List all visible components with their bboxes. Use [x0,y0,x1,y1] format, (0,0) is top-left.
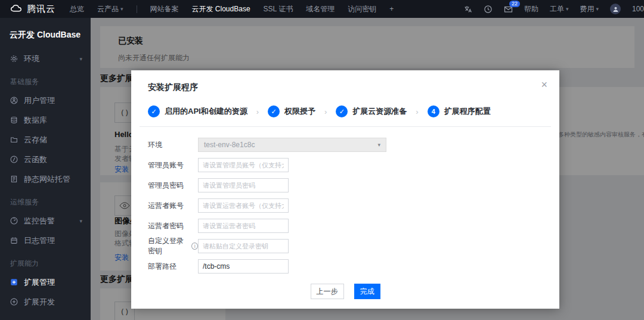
dialog-footer: 上一步 完成 [131,284,559,299]
environment-select[interactable]: test-env-8e1c8c ▾ [198,138,386,152]
messages-icon[interactable]: 22 [504,5,513,14]
account-id[interactable]: 100 [632,5,644,13]
step-4-extension-config: 4 扩展程序配置 [428,105,491,117]
nav-access-key[interactable]: 访问密钥 [348,4,376,14]
admin-account-input[interactable] [198,158,289,172]
form-row-environment: 环境 test-env-8e1c8c ▾ [148,138,559,152]
step-1-apis-resources: ✓ 启用的API和创建的资源 [148,105,247,117]
message-count-badge: 22 [509,1,520,7]
chevron-down-icon: ▾ [79,218,82,224]
history-clock-icon[interactable] [484,5,493,14]
logo-text: 腾讯云 [27,4,55,15]
cloud-logo-icon [10,4,23,14]
chevron-right-icon: › [256,107,259,116]
sidebar-item-cloud-storage[interactable]: 云存储 [0,130,91,150]
sidebar-title: 云开发 CloudBase [0,18,91,49]
dialog-title: 安装扩展程序 [131,70,559,93]
nav-help[interactable]: 帮助 [524,4,538,14]
form-row-operator-account: 运营者账号 [148,198,559,213]
step-3-cloud-resources: ✓ 扩展云资源准备 [336,105,407,117]
sidebar-item-environment[interactable]: 环境 ▾ [0,49,91,69]
sidebar-item-extension-management[interactable]: 扩展管理 [0,272,91,292]
nav-cloudbase[interactable]: 云开发 CloudBase [192,4,250,14]
previous-step-button[interactable]: 上一步 [311,284,344,299]
gauge-icon [10,217,18,225]
sidebar-item-database[interactable]: 数据库 [0,110,91,130]
extension-config-form: 环境 test-env-8e1c8c ▾ 管理员账号 管理员密码 运营者账号 运… [131,127,559,274]
nav-ticket[interactable]: 工单▾ [550,4,569,14]
user-icon [10,97,18,104]
language-icon[interactable] [463,5,472,14]
custom-login-key-input[interactable] [198,239,289,253]
tencent-cloud-logo[interactable]: 腾讯云 [10,4,55,15]
nav-icp[interactable]: 网站备案 [150,4,179,14]
step-indicator: ✓ 启用的API和创建的资源 › ✓ 权限授予 › ✓ 扩展云资源准备 › 4 … [148,105,559,117]
operator-account-input[interactable] [198,198,289,213]
nav-cloud-products[interactable]: 云产品▾ [97,4,123,14]
chevron-down-icon: ▾ [596,6,599,12]
chevron-down-icon: ▾ [377,142,380,148]
chevron-down-icon: ▾ [120,6,123,12]
nav-overview[interactable]: 总览 [70,4,84,14]
deploy-path-input[interactable] [198,259,289,274]
form-row-deploy-path: 部署路径 [148,259,559,274]
sidebar-item-cloud-function[interactable]: 云函数 [0,150,91,169]
chevron-right-icon: › [416,107,418,116]
nav-ssl[interactable]: SSL 证书 [264,4,293,14]
install-extension-dialog: 安装扩展程序 × ✓ 启用的API和创建的资源 › ✓ 权限授予 › ✓ 扩展云… [131,70,559,309]
sidebar-item-monitoring[interactable]: 监控告警 ▾ [0,211,91,231]
operator-password-input[interactable] [198,219,289,233]
step-number: 4 [428,105,439,117]
form-row-admin-account: 管理员账号 [148,158,559,172]
chevron-right-icon: › [324,107,327,116]
admin-password-input[interactable] [198,178,289,192]
document-icon [10,175,18,183]
close-icon[interactable]: × [541,79,547,91]
log-calendar-icon [10,237,18,244]
topbar-right: 22 帮助 工单▾ 费用▾ 100 [463,4,644,14]
gear-icon [10,55,18,63]
nav-billing[interactable]: 费用▾ [580,4,599,14]
check-icon: ✓ [148,105,160,117]
form-row-admin-password: 管理员密码 [148,178,559,192]
nav-divider [137,5,137,13]
nav-add-shortcut[interactable]: + [389,5,394,13]
folder-icon [10,136,18,144]
finish-button[interactable]: 完成 [354,284,380,299]
chevron-down-icon: ▾ [79,56,82,62]
step-2-permissions: ✓ 权限授予 [268,105,315,117]
check-icon: ✓ [336,105,348,117]
sidebar-item-user-management[interactable]: 用户管理 [0,91,91,110]
sidebar: 云开发 CloudBase 环境 ▾ 基础服务 用户管理 数据库 云存储 云函数 [0,18,91,320]
check-icon: ✓ [268,105,280,117]
function-icon [10,156,18,163]
sidebar-item-log-management[interactable]: 日志管理 [0,231,91,250]
nav-domain[interactable]: 域名管理 [306,4,335,14]
sidebar-section-basic: 基础服务 [0,69,91,91]
sidebar-item-static-hosting[interactable]: 静态网站托管 [0,169,91,189]
sidebar-item-extension-development[interactable]: 扩展开发 [0,292,91,312]
extension-dev-icon [10,298,18,306]
info-icon[interactable]: i [191,243,198,250]
sidebar-section-ops: 运维服务 [0,189,91,211]
topbar-nav: 总览 云产品▾ 网站备案 云开发 CloudBase SSL 证书 域名管理 访… [70,4,394,14]
database-icon [10,116,18,124]
extension-management-icon [10,278,18,286]
chevron-down-icon: ▾ [566,6,569,12]
sidebar-section-extensions: 扩展能力 [0,250,91,272]
topbar: 腾讯云 总览 云产品▾ 网站备案 云开发 CloudBase SSL 证书 域名… [0,0,644,18]
avatar[interactable] [610,4,621,14]
form-row-custom-login-key: 自定义登录密钥i [148,239,559,253]
form-row-operator-password: 运营者密码 [148,219,559,233]
